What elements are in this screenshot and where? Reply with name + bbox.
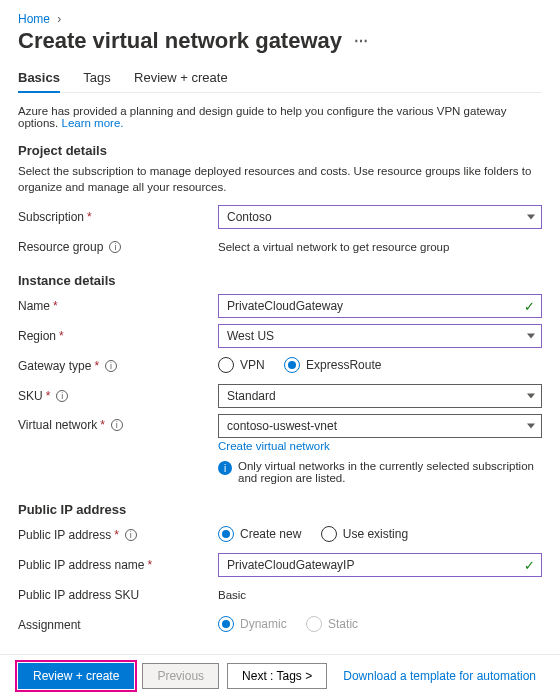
subscription-select[interactable]: Contoso (218, 205, 542, 229)
intro-text: Azure has provided a planning and design… (18, 105, 542, 129)
check-icon: ✓ (524, 558, 535, 573)
section-public-ip: Public IP address (18, 502, 542, 517)
vnet-label: Virtual network* i (18, 414, 218, 432)
vnet-note: Only virtual networks in the currently s… (238, 460, 542, 484)
pip-sku-label: Public IP address SKU (18, 588, 218, 602)
previous-button: Previous (142, 663, 219, 689)
gateway-type-radio-expressroute[interactable]: ExpressRoute (284, 357, 381, 373)
chevron-down-icon (527, 424, 535, 429)
review-create-button[interactable]: Review + create (18, 663, 134, 689)
project-details-desc: Select the subscription to manage deploy… (18, 164, 542, 195)
more-icon[interactable]: ⋯ (354, 33, 368, 49)
assignment-radio-static: Static (306, 616, 358, 632)
tab-basics[interactable]: Basics (18, 64, 60, 93)
check-icon: ✓ (524, 299, 535, 314)
breadcrumb: Home › (18, 12, 542, 26)
pip-radio-create-new[interactable]: Create new (218, 526, 301, 542)
learn-more-link[interactable]: Learn more. (61, 117, 123, 129)
footer-bar: Review + create Previous Next : Tags > D… (0, 654, 560, 697)
pip-name-input[interactable]: PrivateCloudGatewayIP ✓ (218, 553, 542, 577)
chevron-down-icon (527, 215, 535, 220)
tabs: Basics Tags Review + create (18, 64, 542, 93)
breadcrumb-home[interactable]: Home (18, 12, 50, 26)
info-icon[interactable]: i (105, 360, 117, 372)
tab-tags[interactable]: Tags (83, 64, 110, 91)
pip-radio-use-existing[interactable]: Use existing (321, 526, 408, 542)
assignment-radio-dynamic: Dynamic (218, 616, 287, 632)
sku-label: SKU* i (18, 389, 218, 403)
chevron-down-icon (527, 334, 535, 339)
info-icon[interactable]: i (109, 241, 121, 253)
pip-name-label: Public IP address name* (18, 558, 218, 572)
download-template-link[interactable]: Download a template for automation (343, 669, 536, 683)
info-badge-icon: i (218, 461, 232, 475)
section-project-details: Project details (18, 143, 542, 158)
chevron-right-icon: › (57, 12, 61, 26)
info-icon[interactable]: i (111, 419, 123, 431)
section-instance-details: Instance details (18, 273, 542, 288)
gateway-type-radio-vpn[interactable]: VPN (218, 357, 265, 373)
info-icon[interactable]: i (125, 529, 137, 541)
resource-group-label: Resource group i (18, 240, 218, 254)
tab-review[interactable]: Review + create (134, 64, 228, 91)
name-input[interactable]: PrivateCloudGateway ✓ (218, 294, 542, 318)
pip-sku-value: Basic (218, 589, 542, 601)
vnet-select[interactable]: contoso-uswest-vnet (218, 414, 542, 438)
page-title: Create virtual network gateway ⋯ (18, 28, 542, 54)
gateway-type-label: Gateway type* i (18, 359, 218, 373)
region-select[interactable]: West US (218, 324, 542, 348)
resource-group-hint: Select a virtual network to get resource… (218, 241, 542, 253)
sku-select[interactable]: Standard (218, 384, 542, 408)
next-button[interactable]: Next : Tags > (227, 663, 327, 689)
region-label: Region* (18, 329, 218, 343)
info-icon[interactable]: i (56, 390, 68, 402)
name-label: Name* (18, 299, 218, 313)
create-vnet-link[interactable]: Create virtual network (218, 440, 542, 452)
subscription-label: Subscription* (18, 210, 218, 224)
chevron-down-icon (527, 394, 535, 399)
assignment-label: Assignment (18, 618, 218, 632)
pip-address-label: Public IP address* i (18, 528, 218, 542)
